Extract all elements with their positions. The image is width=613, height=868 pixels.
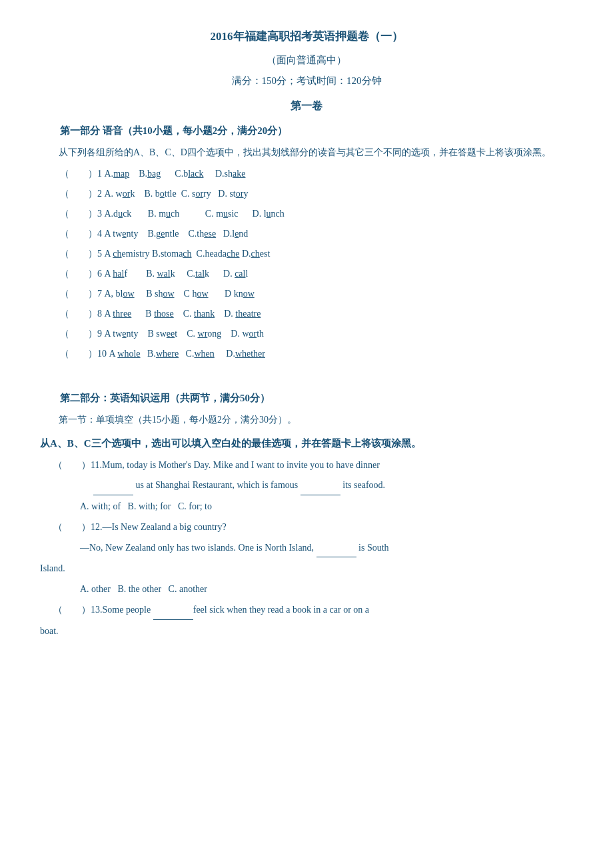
grammar-q13: （ ）13.Some people feel sick when they re… [40, 601, 573, 640]
phonics-q9: （ ） 9 A twenty B sweet C. wrong D. worth [40, 325, 573, 343]
q12-text: （ ）12.—Is New Zealand a big country? [53, 519, 573, 537]
q13-text2: boat. [40, 623, 573, 641]
part1-instruction: 从下列各组所给的A、B、C、D四个选项中，找出其划线部分的读音与其它三个不同的选… [40, 144, 573, 162]
phonics-q1: （ ） 1 A.map B.bag C.black D.shake [40, 165, 573, 183]
q11-options: A. with; of B. with; for C. for; to [80, 498, 573, 515]
q13-text: （ ）13.Some people feel sick when they re… [53, 601, 573, 620]
q1-num: 1 [97, 165, 105, 183]
phonics-q7: （ ） 7 A, blow B show C how D know [40, 285, 573, 303]
q1-paren: （ ） [60, 165, 97, 183]
q1-optB: B.bag [139, 165, 175, 183]
q1-optC: C.black [175, 165, 215, 183]
q11-text: （ ）11.Mum, today is Mother's Day. Mike a… [53, 457, 573, 475]
phonics-q8: （ ） 8 A three B those C. thank D. theatr… [40, 305, 573, 323]
part2-section1: 第一节：单项填空（共15小题，每小题2分，满分30分）。 [40, 411, 573, 429]
phonics-q3: （ ） 3 A.duck B. much C. music D. lunch [40, 205, 573, 223]
q1-optA: A.map [105, 165, 139, 183]
part2-title: 第二部分：英语知识运用（共两节，满分50分） [40, 389, 573, 407]
part2-instruction: 从A、B、C三个选项中，选出可以填入空白处的最佳选项，并在答题卡上将该项涂黑。 [40, 435, 573, 453]
sub-title: （面向普通高中） [40, 51, 573, 69]
grammar-q11: （ ）11.Mum, today is Mother's Day. Mike a… [40, 457, 573, 515]
phonics-q2: （ ） 2 A. work B. bottle C. sorry D. stor… [40, 185, 573, 203]
page-container: 2016年福建高职招考英语押题卷（一） （面向普通高中） 满分：150分；考试时… [40, 27, 573, 640]
phonics-q10: （ ） 10 A whole B.where C.when D.whether [40, 345, 573, 363]
q11-text2: us at Shanghai Restaurant, which is famo… [93, 477, 573, 495]
phonics-q6: （ ） 6 A half B. walk C.talk D. call [40, 265, 573, 283]
phonics-q5: （ ） 5 A chemistry B.stomach C.headache D… [40, 245, 573, 263]
part1-title: 第一卷 [40, 97, 573, 116]
score-time: 满分：150分；考试时间：120分钟 [40, 72, 573, 90]
q12-text3: Island. [40, 560, 573, 578]
q12-text2: —No, New Zealand only has two islands. O… [80, 539, 573, 558]
q1-optD: D.shake [215, 165, 246, 183]
q12-options: A. other B. the other C. another [80, 581, 573, 597]
part1-section-title: 第一部分 语音（共10小题，每小题2分，满分20分） [40, 122, 573, 140]
main-title: 2016年福建高职招考英语押题卷（一） [40, 27, 573, 47]
phonics-q4: （ ） 4 A twenty B.gentle C.these D.lend [40, 225, 573, 243]
grammar-q12: （ ）12.—Is New Zealand a big country? —No… [40, 519, 573, 597]
